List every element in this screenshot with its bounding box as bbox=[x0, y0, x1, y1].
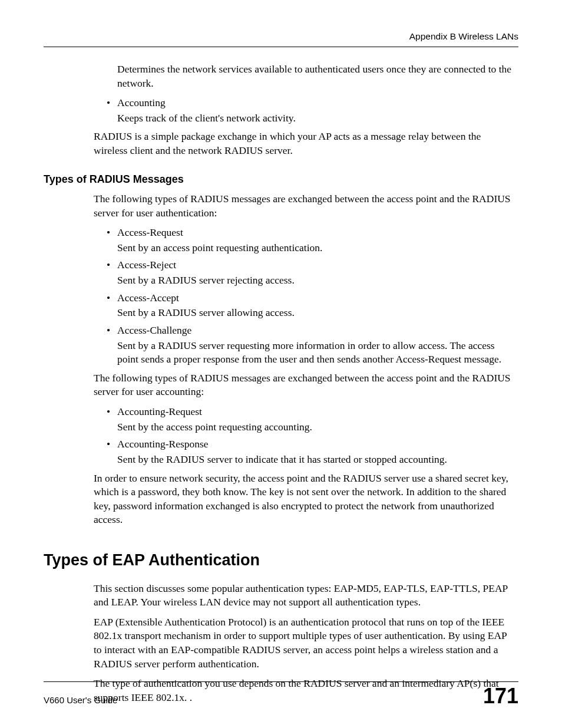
item-desc: Sent by a RADIUS server rejecting access… bbox=[117, 274, 517, 288]
eap-p1: This section discusses some popular auth… bbox=[94, 582, 517, 610]
radius-auth-intro: The following types of RADIUS messages a… bbox=[94, 192, 517, 220]
radius-acct-intro: The following types of RADIUS messages a… bbox=[94, 371, 517, 399]
eap-p2: EAP (Extensible Authentication Protocol)… bbox=[94, 615, 517, 671]
footer-rule bbox=[44, 681, 518, 682]
list-item: Access-AcceptSent by a RADIUS server all… bbox=[107, 291, 517, 320]
list-item: Access-RequestSent by an access point re… bbox=[107, 226, 517, 255]
heading-eap: Types of EAP Authentication bbox=[44, 549, 518, 571]
list-item: Accounting-ResponseSent by the RADIUS se… bbox=[107, 437, 517, 466]
radius-block: The following types of RADIUS messages a… bbox=[94, 192, 517, 527]
header-rule bbox=[44, 47, 518, 47]
running-header: Appendix B Wireless LANs bbox=[44, 31, 518, 43]
item-desc: Sent by an access point requesting authe… bbox=[117, 241, 517, 255]
list-item: Access-ChallengeSent by a RADIUS server … bbox=[107, 324, 517, 367]
accounting-desc: Keeps track of the client's network acti… bbox=[117, 111, 517, 126]
determines-text: Determines the network services availabl… bbox=[117, 62, 517, 90]
item-term: Access-Request bbox=[117, 226, 517, 240]
item-term: Access-Reject bbox=[117, 258, 517, 272]
item-desc: Sent by the access point requesting acco… bbox=[117, 420, 517, 434]
item-term: Access-Accept bbox=[117, 291, 517, 305]
radius-intro: RADIUS is a simple package exchange in w… bbox=[94, 130, 517, 157]
accounting-item: Accounting Keeps track of the client's n… bbox=[107, 96, 517, 125]
top-bullets: Accounting Keeps track of the client's n… bbox=[107, 96, 517, 125]
footer: V660 User's Guide 171 bbox=[44, 681, 518, 707]
radius-security-para: In order to ensure network security, the… bbox=[94, 472, 517, 528]
radius-acct-list: Accounting-RequestSent by the access poi… bbox=[107, 405, 517, 467]
heading-radius-messages: Types of RADIUS Messages bbox=[44, 172, 518, 186]
item-desc: Sent by a RADIUS server allowing access. bbox=[117, 306, 517, 320]
accounting-term: Accounting bbox=[117, 96, 517, 110]
list-item: Access-RejectSent by a RADIUS server rej… bbox=[107, 258, 517, 287]
item-term: Accounting-Response bbox=[117, 437, 517, 452]
page: Appendix B Wireless LANs Determines the … bbox=[0, 0, 562, 728]
item-term: Access-Challenge bbox=[117, 324, 517, 338]
item-desc: Sent by the RADIUS server to indicate th… bbox=[117, 453, 517, 467]
item-term: Accounting-Request bbox=[117, 405, 517, 419]
item-desc: Sent by a RADIUS server requesting more … bbox=[117, 339, 517, 367]
radius-auth-list: Access-RequestSent by an access point re… bbox=[107, 226, 517, 367]
body-content: Determines the network services availabl… bbox=[94, 62, 517, 158]
list-item: Accounting-RequestSent by the access poi… bbox=[107, 405, 517, 434]
footer-row: V660 User's Guide 171 bbox=[44, 686, 518, 707]
footer-guide: V660 User's Guide bbox=[44, 694, 117, 706]
page-number: 171 bbox=[483, 686, 518, 707]
